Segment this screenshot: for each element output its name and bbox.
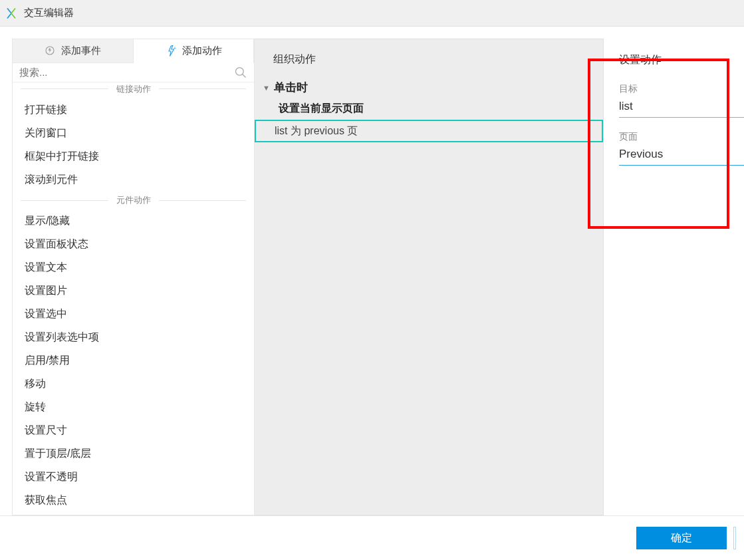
organize-actions-panel: 组织动作 ▼ 单击时 设置当前显示页面 list 为 previous 页 xyxy=(255,39,604,515)
action-set-text[interactable]: 设置文本 xyxy=(13,256,254,279)
event-onclick-header[interactable]: ▼ 单击时 xyxy=(255,80,603,95)
action-set-list-sel[interactable]: 设置列表选中项 xyxy=(13,326,254,349)
configure-action-title: 设置动作 xyxy=(619,53,744,67)
search-row xyxy=(13,63,254,82)
link-actions-list: 打开链接 关闭窗口 框架中打开链接 滚动到元件 xyxy=(13,96,254,194)
page-label: 页面 xyxy=(619,131,744,143)
svg-point-2 xyxy=(236,67,244,75)
left-panel-tabs: 添加事件 + 添加动作 xyxy=(13,39,254,63)
action-set-opacity[interactable]: 设置不透明 xyxy=(13,466,254,489)
action-close-window[interactable]: 关闭窗口 xyxy=(13,122,254,145)
target-label: 目标 xyxy=(619,83,744,95)
event-onclick-label: 单击时 xyxy=(274,80,308,95)
action-enable-disable[interactable]: 启用/禁用 xyxy=(13,349,254,372)
window-title: 交互编辑器 xyxy=(24,7,74,19)
category-link-actions: 链接动作 xyxy=(13,82,254,95)
target-value: list xyxy=(619,100,633,113)
tab-add-action-label: 添加动作 xyxy=(182,45,222,57)
case-set-current-page[interactable]: 设置当前显示页面 xyxy=(255,102,603,116)
widget-actions-list: 显示/隐藏 设置面板状态 设置文本 设置图片 设置选中 设置列表选中项 启用/禁… xyxy=(13,207,254,515)
action-move[interactable]: 移动 xyxy=(13,372,254,396)
chevron-down-icon: ▼ xyxy=(263,84,270,92)
action-focus[interactable]: 获取焦点 xyxy=(13,489,254,512)
page-select[interactable]: Previous xyxy=(619,146,744,166)
action-set-image[interactable]: 设置图片 xyxy=(13,279,254,303)
action-open-in-frame[interactable]: 框架中打开链接 xyxy=(13,145,254,168)
page-value: Previous xyxy=(619,148,663,161)
tab-add-action[interactable]: + 添加动作 xyxy=(134,39,255,63)
dialog-footer: 确定 xyxy=(0,515,744,560)
tab-add-event-label: 添加事件 xyxy=(61,45,101,57)
action-set-selected[interactable]: 设置选中 xyxy=(13,303,254,326)
action-scroll-to-widget[interactable]: 滚动到元件 xyxy=(13,168,254,192)
main-content: 添加事件 + 添加动作 链接动作 打开链接 关闭窗口 框架中打开链接 滚动到元件… xyxy=(0,27,744,515)
app-logo-icon xyxy=(5,7,17,19)
tab-add-event[interactable]: 添加事件 xyxy=(13,39,134,63)
title-bar: 交互编辑器 xyxy=(0,0,744,27)
left-panel: 添加事件 + 添加动作 链接动作 打开链接 关闭窗口 框架中打开链接 滚动到元件… xyxy=(12,39,255,515)
action-row-text: list 为 previous 页 xyxy=(275,124,358,138)
lightning-icon: + xyxy=(165,45,177,57)
category-widget-actions: 元件动作 xyxy=(13,194,254,207)
svg-line-3 xyxy=(243,74,246,77)
configure-action-panel: 设置动作 目标 list 页面 Previous xyxy=(604,39,744,514)
action-open-link[interactable]: 打开链接 xyxy=(13,98,254,122)
secondary-button-edge[interactable] xyxy=(733,527,736,549)
ok-button[interactable]: 确定 xyxy=(636,527,727,549)
search-input[interactable] xyxy=(19,67,234,78)
organize-actions-title: 组织动作 xyxy=(255,53,603,67)
action-row-selected[interactable]: list 为 previous 页 xyxy=(255,120,603,142)
action-show-hide[interactable]: 显示/隐藏 xyxy=(13,210,254,233)
action-set-size[interactable]: 设置尺寸 xyxy=(13,419,254,442)
search-icon[interactable] xyxy=(234,66,247,79)
action-set-panel-state[interactable]: 设置面板状态 xyxy=(13,233,254,256)
svg-text:+: + xyxy=(174,45,177,51)
action-bring-front-back[interactable]: 置于顶层/底层 xyxy=(13,442,254,466)
action-rotate[interactable]: 旋转 xyxy=(13,396,254,419)
target-select[interactable]: list xyxy=(619,98,744,118)
lightning-target-icon xyxy=(44,45,56,57)
